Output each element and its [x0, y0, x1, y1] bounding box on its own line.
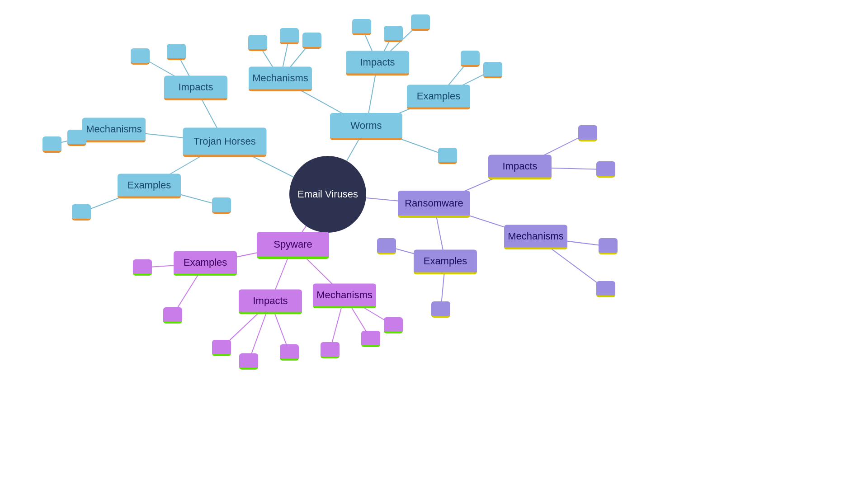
mind-map-canvas — [0, 0, 868, 488]
node-examples[interactable]: Examples — [174, 251, 237, 276]
node-ransomware[interactable]: Ransomware — [398, 191, 470, 218]
node-spyware[interactable]: Spyware — [257, 232, 329, 259]
node-impacts[interactable]: Impacts — [346, 51, 409, 76]
node-examples[interactable]: Examples — [407, 85, 470, 110]
node-trojan-horses[interactable]: Trojan Horses — [183, 128, 267, 157]
node-impacts[interactable]: Impacts — [239, 290, 302, 314]
node-mechanisms[interactable]: Mechanisms — [504, 225, 567, 250]
node-impacts[interactable]: Impacts — [488, 155, 552, 180]
node-worms[interactable]: Worms — [330, 113, 402, 140]
node-mechanisms[interactable]: Mechanisms — [249, 67, 312, 92]
node-examples[interactable]: Examples — [414, 250, 477, 275]
node-mechanisms[interactable]: Mechanisms — [82, 118, 146, 143]
node-email-viruses[interactable]: Email Viruses — [289, 156, 366, 233]
node-examples[interactable]: Examples — [118, 174, 181, 199]
node-mechanisms[interactable]: Mechanisms — [313, 284, 376, 309]
node-impacts[interactable]: Impacts — [164, 76, 227, 101]
